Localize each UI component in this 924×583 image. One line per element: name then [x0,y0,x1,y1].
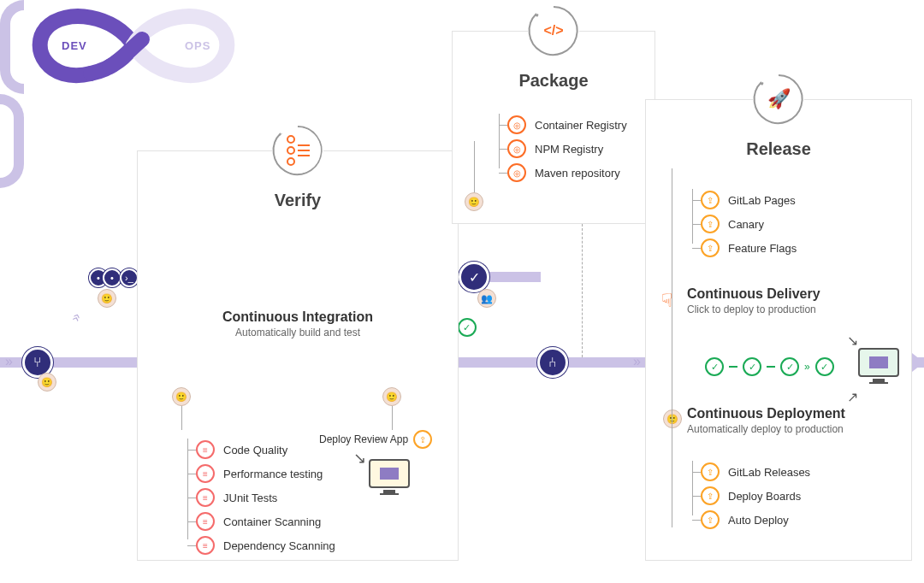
list-item-label: Code Quality [223,444,287,456]
list-item: ⇪Auto Deploy [701,510,810,529]
list-bullet-icon: ≡ [196,488,215,507]
list-item: ◎Container Registry [507,115,627,134]
loop-ops-label: OPS [185,39,210,52]
list-item: ⇪Feature Flags [701,238,797,257]
list-item: ⇪Canary [701,215,797,233]
list-item-label: NPM Registry [535,143,603,156]
status-pass-icon [458,318,477,337]
pipeline-branch-right-arc [0,94,24,188]
rocket-icon: 🚀 [767,88,791,110]
connector-line [392,406,393,430]
list-bullet-icon: ◎ [507,139,526,158]
avatar-icon: 🙂 [98,289,116,308]
list-bullet-icon: ◎ [507,115,526,134]
list-item: ◎Maven repository [507,163,627,182]
commit-node-icon: • [103,268,121,287]
continuous-deployment-title: Continuous Deployment [687,406,845,421]
list-item-label: Container Scanning [223,515,321,528]
avatar-icon: 🙂 [465,192,483,211]
release-pipeline-status-row: » [705,357,834,376]
merge-node-icon: ⑃ [537,347,568,378]
avatar-icon: 🙂 [382,387,401,406]
list-bullet-icon: ⇪ [701,510,720,529]
devops-loop-logo: DEV OPS [14,7,253,84]
list-bullet-icon: ⇪ [701,191,720,209]
chevron-right-icon: » [5,354,13,369]
deploy-icon: ⇪ [413,430,432,449]
list-item: ◎NPM Registry [507,139,627,158]
verify-title: Verify [138,191,458,210]
package-feature-list: ◎Container Registry ◎NPM Registry ◎Maven… [507,110,627,187]
verify-feature-list: ≡Code Quality ≡Performance testing ≡JUni… [196,435,335,560]
list-item-label: Canary [728,218,764,231]
release-title: Release [646,139,911,159]
list-bullet-icon: ⇪ [701,462,720,481]
list-bullet-icon: ≡ [196,464,215,483]
list-bullet-icon: ⇪ [701,215,720,233]
list-bullet-icon: ≡ [196,536,215,555]
continuous-deployment-block: Continuous Deployment Automatically depl… [687,406,845,435]
connector-line [474,141,475,192]
list-item: ≡Code Quality [196,440,335,459]
list-item-label: Performance testing [223,468,323,480]
deploy-review-app-label: Deploy Review App ⇪ [319,430,432,449]
list-item-label: GitLab Releases [728,466,810,479]
status-pass-icon [705,357,724,376]
continuous-delivery-block: Continuous Delivery Click to deploy to p… [687,286,820,315]
connector-line [672,168,672,527]
list-item: ≡Container Scanning [196,512,335,531]
release-head-icon: 🚀 [749,69,808,129]
list-item: ≡Performance testing [196,464,335,483]
continuous-deployment-subtitle: Automatically deploy to production [687,423,845,435]
continuous-delivery-subtitle: Click to deploy to production [687,303,820,315]
package-title: Package [453,71,654,91]
avatar-icon: 🙂 [38,373,56,392]
dashed-arrow-icon: ↗︎ [847,389,858,405]
list-item: ⇪GitLab Releases [701,462,810,481]
release-card: 🚀 Release ⇪GitLab Pages ⇪Canary ⇪Feature… [645,99,912,561]
continuous-integration-title: Continuous Integration [138,309,458,325]
connector-line [181,406,182,430]
verify-head-icon [268,121,328,180]
release-bottom-feature-list: ⇪GitLab Releases ⇪Deploy Boards ⇪Auto De… [701,457,810,534]
verify-card: Verify Continuous Integration Automatica… [137,150,459,561]
list-item-label: Deploy Boards [728,490,801,503]
avatar-pair-icon: 👥 [477,289,496,308]
list-bullet-icon: ⇪ [701,486,720,505]
pipeline-end-arrow-icon [912,353,924,372]
list-item: ≡Dependency Scanning [196,536,335,555]
dashed-arrow-icon: ↘︎ [847,333,858,349]
loop-dev-label: DEV [62,39,87,52]
avatar-icon: 🙂 [172,387,191,406]
list-item: ⇪Deploy Boards [701,486,810,505]
list-bullet-icon: ◎ [507,163,526,182]
list-item: ⇪GitLab Pages [701,191,797,209]
chevron-right-icon: » [804,361,810,373]
status-pass-icon [743,357,761,376]
list-item-label: Maven repository [535,167,620,180]
list-item-label: Auto Deploy [728,514,789,527]
list-bullet-icon: ⇪ [701,238,720,257]
list-item-label: Container Registry [535,119,627,132]
connector-line [582,224,583,357]
status-pass-icon [780,357,799,376]
list-item-label: Feature Flags [728,242,797,255]
list-item-label: JUnit Tests [223,492,277,504]
list-item: ≡JUnit Tests [196,488,335,507]
chevron-up-icon: » [67,311,84,324]
package-card: </> Package ◎Container Registry ◎NPM Reg… [452,31,655,224]
list-item-label: GitLab Pages [728,194,796,207]
review-app-monitor-icon [367,459,412,495]
package-head-icon: </> [524,1,583,61]
list-bullet-icon: ≡ [196,512,215,531]
continuous-delivery-title: Continuous Delivery [687,286,820,302]
production-monitor-icon [856,348,901,384]
code-icon: </> [543,23,563,38]
commit-node-icon: ›_ [120,268,139,287]
chevron-right-icon: » [633,354,641,369]
list-bullet-icon: ≡ [196,440,215,459]
branch-check-node-icon: ✓ [459,262,489,292]
list-item-label: Dependency Scanning [223,539,335,552]
release-top-feature-list: ⇪GitLab Pages ⇪Canary ⇪Feature Flags [701,186,797,262]
continuous-integration-subtitle: Automatically build and test [138,327,458,339]
